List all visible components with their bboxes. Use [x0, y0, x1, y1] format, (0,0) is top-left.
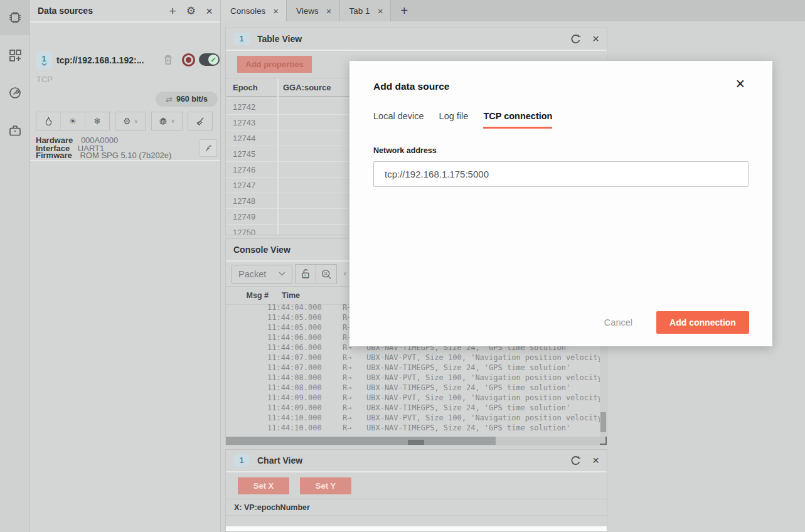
chart-view-header: 1 Chart View × — [226, 450, 607, 472]
interface-connector-button[interactable] — [200, 139, 217, 157]
search-message-button[interactable]: 01 — [316, 264, 337, 284]
broom-icon[interactable] — [188, 112, 212, 130]
modal-tab-list: Local deviceLog fileTCP connection — [373, 111, 552, 129]
app-window: Data sources + ⚙ × 1 tcp://192.168.1.192… — [0, 0, 805, 532]
modal-close-icon[interactable]: × — [735, 76, 745, 92]
epoch-cell: 12747 — [226, 178, 279, 193]
console-log-row[interactable]: 11:44:09.000R→UBX-NAV-PVT, Size 100, 'Na… — [226, 393, 600, 403]
horizontal-scrollbar[interactable] — [226, 437, 600, 445]
transfer-arrows-icon: ⇄ — [166, 95, 173, 104]
console-log-row[interactable]: 11:44:07.000R→UBX-NAV-PVT, Size 100, 'Na… — [226, 353, 600, 363]
log-direction: R→ — [343, 403, 366, 413]
log-direction: R→ — [343, 393, 366, 403]
tab-views[interactable]: Views× — [287, 0, 340, 21]
epoch-cell: 12746 — [226, 162, 279, 177]
add-data-source-modal: × Add data source Local deviceLog fileTC… — [349, 61, 772, 346]
modal-title: Add data source — [373, 81, 449, 92]
hot-start-flame-icon[interactable] — [36, 112, 61, 130]
scroll-lock-button[interactable] — [295, 264, 316, 284]
console-log-row[interactable]: 11:44:08.000R→UBX-NAV-PVT, Size 100, 'Na… — [226, 373, 600, 383]
log-time: 11:44:06.000 — [267, 343, 330, 353]
packet-mode-select[interactable]: Packet — [232, 265, 292, 284]
console-log-row[interactable]: 11:44:09.000R→UBX-NAV-TIMEGPS, Size 24, … — [226, 403, 600, 413]
toolbox-icon — [8, 123, 23, 138]
record-dot — [186, 57, 191, 63]
set-x-button[interactable]: Set X — [238, 477, 289, 494]
connection-toggle[interactable]: ✓ — [199, 53, 220, 66]
svg-text:01: 01 — [324, 272, 328, 275]
gears-dropdown[interactable]: ⚙ ∨ — [115, 112, 146, 130]
table-view-header: 1 Table View × — [226, 28, 607, 51]
cold-start-snowflake-icon[interactable]: ❄ — [85, 112, 109, 130]
epoch-cell: 12748 — [226, 193, 279, 208]
table-view-title: Table View — [257, 34, 570, 44]
add-properties-button[interactable]: Add properties — [237, 56, 312, 73]
panel-index-badge: 1 — [233, 33, 250, 45]
log-time: 11:44:08.000 — [267, 373, 330, 383]
log-time: 11:44:05.000 — [267, 312, 330, 322]
tab-close-icon[interactable]: × — [378, 6, 383, 16]
chart-toolbar: Set X Set Y — [226, 472, 607, 499]
epoch-cell: 12749 — [226, 209, 279, 224]
add-tab-button[interactable]: + — [391, 0, 417, 21]
rail-item-add-view[interactable] — [0, 38, 30, 73]
resize-corner[interactable] — [600, 437, 607, 445]
tab-close-icon[interactable]: × — [273, 6, 279, 16]
left-icon-rail — [0, 0, 30, 532]
rail-item-devices[interactable] — [0, 0, 30, 35]
console-log-row[interactable]: 11:44:08.000R→UBX-NAV-TIMEGPS, Size 24, … — [226, 383, 600, 393]
source-name: tcp://192.168.1.192:... — [56, 55, 144, 65]
packet-mode-value: Packet — [238, 269, 279, 279]
console-log-row[interactable]: 11:44:10.000R→UBX-NAV-TIMEGPS, Size 24, … — [226, 423, 600, 433]
rail-item-tools[interactable] — [0, 75, 30, 110]
settings-gear-icon[interactable]: ⚙ — [186, 6, 196, 16]
chart-bottom-strip — [226, 526, 607, 531]
chevron-down-icon — [279, 272, 285, 276]
refresh-icon[interactable] — [570, 34, 581, 45]
warm-start-sun-icon[interactable]: ☀ — [61, 112, 85, 130]
close-icon[interactable]: × — [592, 32, 599, 46]
record-button[interactable] — [182, 53, 195, 66]
epoch-cell: 12742 — [226, 99, 279, 114]
vscroll-thumb[interactable] — [600, 412, 606, 432]
column-header-msg: Msg # — [226, 291, 269, 300]
cancel-button[interactable]: Cancel — [604, 317, 632, 327]
log-time: 11:44:05.000 — [267, 322, 330, 332]
debug-group: ∨ — [151, 112, 183, 130]
close-icon[interactable]: × — [592, 454, 599, 467]
log-message: UBX-NAV-TIMEGPS, Size 24, 'GPS time solu… — [366, 383, 600, 393]
hscroll-thumb[interactable] — [226, 437, 496, 445]
add-connection-button[interactable]: Add connection — [656, 311, 749, 334]
trash-icon[interactable] — [163, 54, 173, 65]
column-header-epoch[interactable]: Epoch — [226, 78, 279, 96]
interface-label: Interface — [36, 144, 70, 153]
tab-tab-1[interactable]: Tab 1× — [340, 0, 392, 21]
close-panel-icon[interactable]: × — [206, 5, 213, 17]
tab-label: Tab 1 — [349, 6, 370, 16]
chart-view-panel: 1 Chart View × Set X Set Y X: VP:epochNu… — [225, 449, 607, 532]
chevron-down-icon: ∨ — [171, 118, 175, 124]
refresh-icon[interactable] — [570, 455, 581, 466]
console-log-row[interactable]: 11:44:10.000R→UBX-NAV-PVT, Size 100, 'Na… — [226, 413, 600, 423]
add-source-icon[interactable]: + — [169, 5, 176, 17]
modal-tab-log-file[interactable]: Log file — [439, 111, 469, 129]
rail-item-toolbox[interactable] — [0, 113, 30, 148]
network-address-input[interactable] — [373, 161, 749, 187]
tab-close-icon[interactable]: × — [326, 6, 332, 16]
console-log-row[interactable]: 11:44:07.000R→UBX-NAV-TIMEGPS, Size 24, … — [226, 363, 600, 373]
bug-dropdown[interactable]: ∨ — [152, 112, 182, 130]
interface-value: UART1 — [78, 144, 104, 153]
source-index-badge[interactable]: 1 — [36, 51, 52, 70]
log-time: 11:44:04.000 — [267, 302, 330, 312]
tab-consoles[interactable]: Consoles× — [221, 0, 287, 21]
chip-icon — [7, 9, 23, 26]
set-y-button[interactable]: Set Y — [300, 477, 351, 494]
hscroll-notch — [408, 440, 424, 445]
modal-tab-tcp-connection[interactable]: TCP connection — [483, 111, 552, 129]
log-time: 11:44:08.000 — [267, 383, 330, 393]
data-sources-panel: Data sources + ⚙ × 1 tcp://192.168.1.192… — [30, 0, 221, 532]
clear-group — [188, 112, 213, 130]
log-time: 11:44:10.000 — [267, 423, 330, 433]
modal-tab-local-device[interactable]: Local device — [373, 111, 424, 129]
config-group: ⚙ ∨ — [115, 112, 146, 130]
